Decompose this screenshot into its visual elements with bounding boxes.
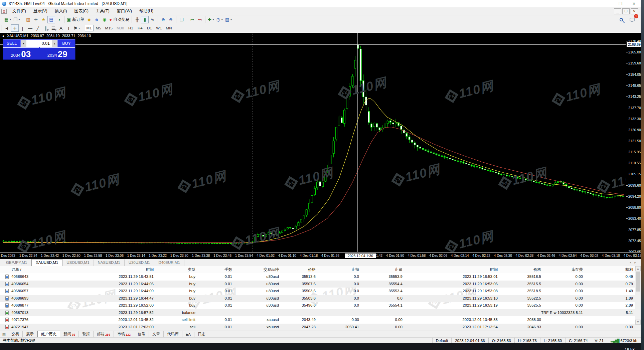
metaeditor-button[interactable]: ◆ (85, 16, 93, 23)
buy-button[interactable]: BUY (58, 39, 75, 47)
terminal-tab-信号[interactable]: 信号 (134, 331, 149, 337)
timeframe-m5[interactable]: M5 (94, 25, 103, 31)
market-watch-button[interactable]: ▥ (24, 16, 32, 23)
scrollbar-thumb[interactable] (636, 272, 640, 292)
terminal-tab-交易[interactable]: 交易 (8, 331, 23, 337)
templates-button[interactable]: ▨▼ (224, 16, 233, 23)
column-header[interactable]: 类型 (188, 267, 195, 272)
zoom-out-button[interactable]: ⊖ (167, 16, 175, 23)
line-chart-mode-button[interactable]: ∿ (149, 16, 156, 23)
table-row[interactable]: 406866542023.11.29 16:44:06buy0.01u30usd… (0, 281, 635, 288)
minimize-button[interactable]: — (601, 0, 614, 7)
tabs-scroll-left-icon[interactable]: ◂ (630, 261, 631, 264)
child-minimize-button[interactable]: ▁ (614, 8, 621, 14)
periods-button[interactable]: ◷▼ (215, 16, 224, 23)
chart-tab-gbpjpy[interactable]: GBPJPY,M1 (2, 259, 31, 266)
restore-button[interactable]: ❐ (614, 0, 627, 7)
terminal-tab-代码库[interactable]: 代码库 (164, 331, 182, 337)
fibonacci-button[interactable]: ☰F (49, 24, 57, 32)
table-row[interactable]: 406866432023.11.29 16:43:51buy0.01u30usd… (0, 273, 635, 281)
chart-tab-usousd[interactable]: USOUSD,M1 (62, 259, 94, 266)
terminal-panel-icon[interactable]: ▦ (1, 332, 7, 337)
menu-item-4[interactable]: 工具(T) (92, 7, 113, 15)
menu-item-3[interactable]: 图表(C) (70, 7, 92, 15)
terminal-tab-账户历史[interactable]: 账户历史 (37, 331, 60, 338)
timeframe-w1[interactable]: W1 (154, 25, 163, 31)
timeframe-d1[interactable]: D1 (145, 25, 154, 31)
timeframe-m15[interactable]: M15 (104, 25, 114, 31)
status-profile[interactable]: Default (432, 338, 451, 344)
volume-input[interactable]: 0.01 (26, 40, 52, 47)
timeframe-m1[interactable]: M1 (85, 25, 94, 31)
column-header[interactable]: 价格 (308, 267, 316, 272)
table-row[interactable]: 406870132023.11.29 16:57:52balanceTRF-E-… (0, 309, 635, 317)
navigator-button[interactable]: ★ (40, 16, 47, 23)
tabs-scroll-right-icon[interactable]: ▸ (634, 261, 636, 264)
new-chart-button[interactable]: ▦▼ (3, 16, 12, 23)
terminal-scrollbar[interactable]: ▲ ▼ (635, 266, 641, 331)
menu-item-6[interactable]: 帮助(H) (136, 7, 157, 15)
column-header[interactable]: 价格 (533, 267, 541, 272)
menu-item-5[interactable]: 窗口(W) (113, 7, 136, 15)
bar-chart-mode-button[interactable]: ╫ (133, 16, 141, 23)
indicators-button[interactable]: ✚▼ (207, 16, 215, 23)
tile-windows-button[interactable]: ❏ (178, 16, 185, 23)
equidistant-channel-button[interactable]: ∥E (42, 24, 49, 32)
zoom-in-button[interactable]: ⊕ (159, 16, 167, 23)
chart-tab-xauusd[interactable]: XAUUSD,M1 (31, 259, 62, 266)
profiles-button[interactable]: ❐▼ (12, 16, 21, 23)
table-row[interactable]: 406866932023.11.29 16:44:47buy0.01u30usd… (0, 295, 635, 302)
text-label-button[interactable]: T (65, 24, 72, 32)
menu-item-1[interactable]: 显示(V) (30, 7, 51, 15)
terminal-tab-日志[interactable]: 日志 (194, 331, 209, 337)
column-header[interactable]: 交易品种 (264, 267, 279, 272)
auto-trading-button[interactable]: ●自动交易 (108, 16, 130, 23)
column-header[interactable]: 手数 (224, 267, 232, 272)
column-header[interactable]: 库存费 (572, 267, 583, 272)
chart-tab-u30usd[interactable]: U30USD,M1 (125, 259, 155, 266)
child-restore-button[interactable]: ❐ (622, 8, 630, 14)
terminal-button[interactable]: ▤ (47, 16, 55, 23)
table-row[interactable]: 407173762023.12.01 13:45:32sell limit0.0… (0, 316, 635, 324)
notifications-button[interactable]: 1 (628, 16, 636, 23)
terminal-tab-EA[interactable]: EA (182, 332, 194, 337)
timeframe-h1[interactable]: H1 (126, 25, 135, 31)
strategy-tester-button[interactable]: ◑ (55, 16, 63, 23)
table-row[interactable]: 406866572023.11.29 16:44:09buy0.01u30usd… (0, 288, 635, 295)
column-header[interactable]: 订单 / (11, 267, 21, 272)
chart-child-icon[interactable]: ▤ (1, 9, 7, 14)
trendline-button[interactable]: ╱ (34, 24, 42, 32)
column-header[interactable]: 时间 (490, 267, 498, 272)
column-header[interactable]: 时间 (146, 267, 154, 272)
vertical-line-button[interactable]: | (19, 24, 26, 32)
history-table-header[interactable]: 订单 /时间类型手数交易品种价格止损止盈时间价格库存费获利 (0, 266, 635, 273)
volume-decrease-button[interactable]: ▼ (21, 40, 26, 47)
column-header[interactable]: 止损 (351, 267, 359, 272)
candlestick-mode-button[interactable]: ▮ (141, 16, 149, 23)
cursor-button[interactable]: ➤ (3, 24, 11, 32)
terminal-tab-新闻[interactable]: 新闻35 (60, 331, 79, 337)
timeframe-h4[interactable]: H4 (136, 25, 144, 31)
arrows-button[interactable]: ⚑▼ (72, 24, 82, 32)
auto-scroll-button[interactable]: ↦ (188, 16, 196, 23)
scroll-down-icon[interactable]: ▼ (635, 320, 641, 325)
column-header[interactable]: 获利 (625, 267, 633, 272)
sell-price[interactable]: 2034 03 (3, 47, 39, 59)
child-close-button[interactable]: ✕ (631, 8, 638, 14)
chart-tab-d40eur[interactable]: D40EUR,M1 (154, 259, 184, 266)
timeframe-mn[interactable]: MN (164, 25, 174, 31)
signals-button[interactable]: ◉ (101, 16, 108, 23)
terminal-tab-市场[interactable]: 市场122 (114, 331, 134, 337)
scroll-up-icon[interactable]: ▲ (635, 266, 641, 271)
price-axis[interactable]: 2170.402165.002159.602154.052148.652143.… (626, 33, 641, 252)
terminal-tab-展示[interactable]: 展示 (23, 331, 37, 337)
chart-shift-button[interactable]: ↤ (196, 16, 204, 23)
sell-button[interactable]: SELL (3, 39, 20, 47)
crosshair-button[interactable]: ✛ (11, 24, 19, 32)
horizontal-line-button[interactable]: — (26, 24, 34, 32)
terminal-tab-警报[interactable]: 警报 (79, 331, 94, 337)
new-order-button[interactable]: ▣新订单 (66, 16, 85, 23)
mql5-community-button[interactable]: ☻ (93, 16, 101, 23)
menu-item-0[interactable]: 文件(F) (9, 7, 30, 15)
terminal-tab-邮箱[interactable]: 邮箱256 (94, 331, 114, 337)
